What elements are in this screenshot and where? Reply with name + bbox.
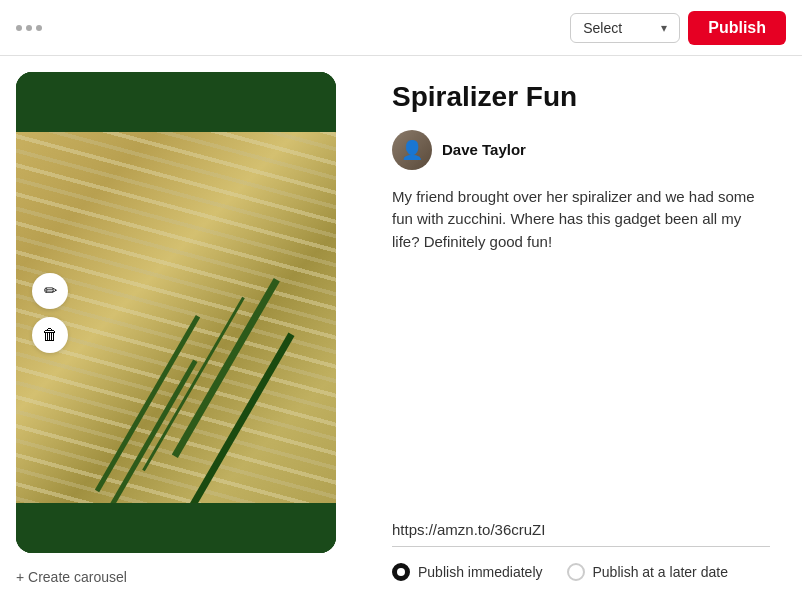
- create-carousel-button[interactable]: + Create carousel: [16, 565, 344, 589]
- chevron-down-icon: ▾: [661, 21, 667, 35]
- publish-later-label: Publish at a later date: [593, 564, 728, 580]
- edit-image-button[interactable]: ✏: [32, 273, 68, 309]
- header-left: [16, 25, 42, 31]
- link-url: https://amzn.to/36cruZI: [392, 521, 770, 547]
- dot-2: [26, 25, 32, 31]
- publish-options: Publish immediately Publish at a later d…: [392, 563, 770, 581]
- left-panel: ✏ 🗑 + Create carousel: [0, 56, 360, 605]
- right-panel: Spiralizer Fun 👤 Dave Taylor My friend b…: [360, 56, 802, 605]
- author-name: Dave Taylor: [442, 141, 526, 158]
- main-content: ✏ 🗑 + Create carousel Spiralizer Fun 👤 D…: [0, 56, 802, 605]
- delete-image-button[interactable]: 🗑: [32, 317, 68, 353]
- publish-button[interactable]: Publish: [688, 11, 786, 45]
- radio-later[interactable]: [567, 563, 585, 581]
- more-options-button[interactable]: [16, 25, 42, 31]
- publish-immediately-label: Publish immediately: [418, 564, 543, 580]
- avatar: 👤: [392, 130, 432, 170]
- publish-immediately-option[interactable]: Publish immediately: [392, 563, 543, 581]
- author-row: 👤 Dave Taylor: [392, 130, 770, 170]
- radio-immediately[interactable]: [392, 563, 410, 581]
- header-right: Select ▾ Publish: [570, 11, 786, 45]
- publish-later-option[interactable]: Publish at a later date: [567, 563, 728, 581]
- trash-icon: 🗑: [42, 326, 58, 344]
- select-label: Select: [583, 20, 622, 36]
- link-section: https://amzn.to/36cruZI Publish immediat…: [392, 505, 770, 581]
- create-carousel-label: + Create carousel: [16, 569, 127, 585]
- image-actions: ✏ 🗑: [32, 273, 68, 353]
- dot-3: [36, 25, 42, 31]
- pin-image-container: ✏ 🗑: [16, 72, 336, 553]
- header: Select ▾ Publish: [0, 0, 802, 56]
- pin-title: Spiralizer Fun: [392, 80, 770, 114]
- avatar-initials: 👤: [401, 139, 423, 161]
- image-bottom-overlay: [16, 503, 336, 553]
- select-dropdown[interactable]: Select ▾: [570, 13, 680, 43]
- pin-description: My friend brought over her spiralizer an…: [392, 186, 770, 254]
- dot-1: [16, 25, 22, 31]
- edit-icon: ✏: [44, 281, 57, 300]
